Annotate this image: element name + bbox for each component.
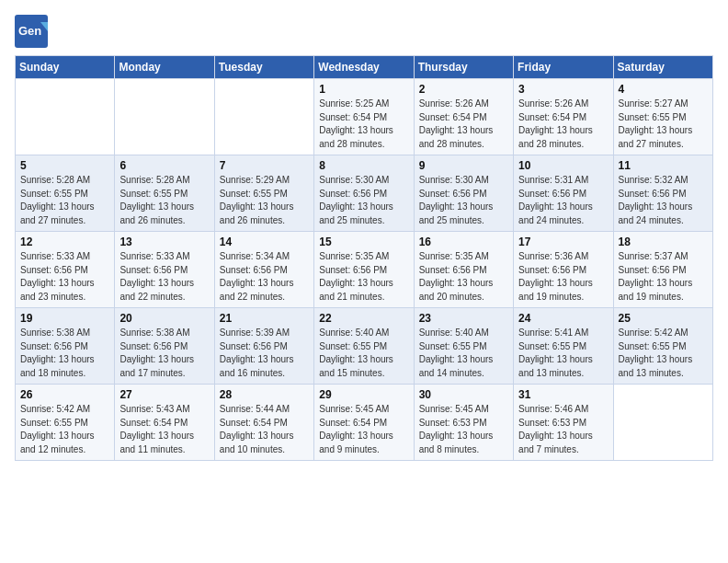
day-info: Sunrise: 5:25 AM Sunset: 6:54 PM Dayligh… [319, 98, 408, 151]
weekday-header-saturday: Saturday [613, 56, 712, 79]
day-number: 17 [518, 236, 608, 248]
day-number: 9 [419, 159, 508, 172]
calendar-cell: 14Sunrise: 5:34 AM Sunset: 6:56 PM Dayli… [214, 232, 313, 308]
day-number: 2 [419, 83, 508, 96]
day-number: 19 [20, 312, 109, 325]
day-number: 10 [518, 159, 608, 172]
day-info: Sunrise: 5:33 AM Sunset: 6:56 PM Dayligh… [119, 250, 209, 304]
day-info: Sunrise: 5:44 AM Sunset: 6:54 PM Dayligh… [220, 403, 309, 456]
day-number: 16 [419, 236, 508, 248]
calendar-cell: 10Sunrise: 5:31 AM Sunset: 6:56 PM Dayli… [514, 155, 613, 232]
calendar-cell: 23Sunrise: 5:40 AM Sunset: 6:55 PM Dayli… [414, 308, 513, 385]
day-info: Sunrise: 5:31 AM Sunset: 6:56 PM Dayligh… [518, 174, 608, 227]
weekday-header-row: SundayMondayTuesdayWednesdayThursdayFrid… [16, 56, 713, 79]
day-info: Sunrise: 5:26 AM Sunset: 6:54 PM Dayligh… [518, 98, 608, 151]
calendar-cell: 3Sunrise: 5:26 AM Sunset: 6:54 PM Daylig… [514, 79, 613, 155]
calendar-cell: 22Sunrise: 5:40 AM Sunset: 6:55 PM Dayli… [314, 308, 414, 385]
day-number: 23 [419, 312, 508, 325]
calendar-cell: 5Sunrise: 5:28 AM Sunset: 6:55 PM Daylig… [16, 155, 115, 232]
day-number: 3 [518, 83, 608, 96]
calendar-week-5: 26Sunrise: 5:42 AM Sunset: 6:55 PM Dayli… [16, 385, 713, 461]
day-info: Sunrise: 5:45 AM Sunset: 6:54 PM Dayligh… [319, 403, 408, 456]
day-info: Sunrise: 5:37 AM Sunset: 6:56 PM Dayligh… [619, 250, 708, 304]
calendar-cell: 7Sunrise: 5:29 AM Sunset: 6:55 PM Daylig… [214, 155, 313, 232]
calendar-cell: 2Sunrise: 5:26 AM Sunset: 6:54 PM Daylig… [414, 79, 513, 155]
calendar-cell: 11Sunrise: 5:32 AM Sunset: 6:56 PM Dayli… [613, 155, 712, 232]
calendar-table: SundayMondayTuesdayWednesdayThursdayFrid… [15, 55, 713, 461]
day-number: 30 [419, 388, 508, 401]
calendar-cell: 21Sunrise: 5:39 AM Sunset: 6:56 PM Dayli… [214, 308, 313, 385]
calendar-cell: 29Sunrise: 5:45 AM Sunset: 6:54 PM Dayli… [314, 385, 414, 461]
calendar-cell: 15Sunrise: 5:35 AM Sunset: 6:56 PM Dayli… [314, 232, 414, 308]
day-info: Sunrise: 5:26 AM Sunset: 6:54 PM Dayligh… [419, 98, 508, 151]
calendar-cell: 26Sunrise: 5:42 AM Sunset: 6:55 PM Dayli… [16, 385, 115, 461]
day-number: 11 [619, 159, 708, 172]
calendar-week-1: 1Sunrise: 5:25 AM Sunset: 6:54 PM Daylig… [16, 79, 713, 155]
day-info: Sunrise: 5:40 AM Sunset: 6:55 PM Dayligh… [419, 327, 508, 380]
calendar-cell: 18Sunrise: 5:37 AM Sunset: 6:56 PM Dayli… [613, 232, 712, 308]
calendar-cell: 13Sunrise: 5:33 AM Sunset: 6:56 PM Dayli… [115, 232, 214, 308]
day-info: Sunrise: 5:30 AM Sunset: 6:56 PM Dayligh… [419, 174, 508, 227]
calendar-cell: 9Sunrise: 5:30 AM Sunset: 6:56 PM Daylig… [414, 155, 513, 232]
calendar-cell: 31Sunrise: 5:46 AM Sunset: 6:53 PM Dayli… [514, 385, 613, 461]
day-number: 15 [319, 236, 408, 248]
calendar-cell: 8Sunrise: 5:30 AM Sunset: 6:56 PM Daylig… [314, 155, 414, 232]
day-number: 4 [619, 83, 708, 96]
day-info: Sunrise: 5:41 AM Sunset: 6:55 PM Dayligh… [518, 327, 608, 380]
svg-text:Gen: Gen [18, 24, 41, 38]
day-number: 25 [619, 312, 708, 325]
weekday-header-tuesday: Tuesday [214, 56, 313, 79]
day-info: Sunrise: 5:36 AM Sunset: 6:56 PM Dayligh… [518, 250, 608, 304]
day-number: 12 [20, 236, 109, 248]
calendar-cell: 20Sunrise: 5:38 AM Sunset: 6:56 PM Dayli… [115, 308, 214, 385]
weekday-header-monday: Monday [115, 56, 214, 79]
calendar-cell: 17Sunrise: 5:36 AM Sunset: 6:56 PM Dayli… [514, 232, 613, 308]
day-info: Sunrise: 5:35 AM Sunset: 6:56 PM Dayligh… [319, 250, 408, 304]
day-number: 1 [319, 83, 408, 96]
day-number: 22 [319, 312, 408, 325]
day-info: Sunrise: 5:38 AM Sunset: 6:56 PM Dayligh… [119, 327, 209, 380]
calendar-week-3: 12Sunrise: 5:33 AM Sunset: 6:56 PM Dayli… [16, 232, 713, 308]
day-info: Sunrise: 5:46 AM Sunset: 6:53 PM Dayligh… [518, 403, 608, 456]
day-number: 28 [220, 388, 309, 401]
day-number: 13 [119, 236, 209, 248]
day-number: 29 [319, 388, 408, 401]
calendar-cell: 6Sunrise: 5:28 AM Sunset: 6:55 PM Daylig… [115, 155, 214, 232]
day-number: 18 [619, 236, 708, 248]
day-info: Sunrise: 5:27 AM Sunset: 6:55 PM Dayligh… [619, 98, 708, 151]
calendar-cell: 25Sunrise: 5:42 AM Sunset: 6:55 PM Dayli… [613, 308, 712, 385]
day-number: 21 [220, 312, 309, 325]
day-number: 8 [319, 159, 408, 172]
day-info: Sunrise: 5:29 AM Sunset: 6:55 PM Dayligh… [220, 174, 309, 227]
day-info: Sunrise: 5:38 AM Sunset: 6:56 PM Dayligh… [20, 327, 109, 380]
day-number: 5 [20, 159, 109, 172]
weekday-header-friday: Friday [514, 56, 613, 79]
day-info: Sunrise: 5:32 AM Sunset: 6:56 PM Dayligh… [619, 174, 708, 227]
weekday-header-wednesday: Wednesday [314, 56, 414, 79]
day-info: Sunrise: 5:35 AM Sunset: 6:56 PM Dayligh… [419, 250, 508, 304]
day-info: Sunrise: 5:28 AM Sunset: 6:55 PM Dayligh… [20, 174, 109, 227]
day-info: Sunrise: 5:30 AM Sunset: 6:56 PM Dayligh… [319, 174, 408, 227]
calendar-cell: 1Sunrise: 5:25 AM Sunset: 6:54 PM Daylig… [314, 79, 414, 155]
day-info: Sunrise: 5:40 AM Sunset: 6:55 PM Dayligh… [319, 327, 408, 380]
calendar-cell: 16Sunrise: 5:35 AM Sunset: 6:56 PM Dayli… [414, 232, 513, 308]
calendar-cell: 12Sunrise: 5:33 AM Sunset: 6:56 PM Dayli… [16, 232, 115, 308]
day-info: Sunrise: 5:43 AM Sunset: 6:54 PM Dayligh… [119, 403, 209, 456]
day-number: 20 [119, 312, 209, 325]
day-info: Sunrise: 5:39 AM Sunset: 6:56 PM Dayligh… [220, 327, 309, 380]
logo-icon: Gen [15, 15, 48, 48]
day-number: 6 [119, 159, 209, 172]
calendar-cell [214, 79, 313, 155]
calendar-cell [16, 79, 115, 155]
calendar-cell: 30Sunrise: 5:45 AM Sunset: 6:53 PM Dayli… [414, 385, 513, 461]
calendar-week-2: 5Sunrise: 5:28 AM Sunset: 6:55 PM Daylig… [16, 155, 713, 232]
page-header: Gen [15, 15, 713, 48]
calendar-cell [613, 385, 712, 461]
day-number: 24 [518, 312, 608, 325]
calendar-cell: 19Sunrise: 5:38 AM Sunset: 6:56 PM Dayli… [16, 308, 115, 385]
day-info: Sunrise: 5:42 AM Sunset: 6:55 PM Dayligh… [20, 403, 109, 456]
day-number: 26 [20, 388, 109, 401]
calendar-cell: 28Sunrise: 5:44 AM Sunset: 6:54 PM Dayli… [214, 385, 313, 461]
day-info: Sunrise: 5:45 AM Sunset: 6:53 PM Dayligh… [419, 403, 508, 456]
day-info: Sunrise: 5:42 AM Sunset: 6:55 PM Dayligh… [619, 327, 708, 380]
